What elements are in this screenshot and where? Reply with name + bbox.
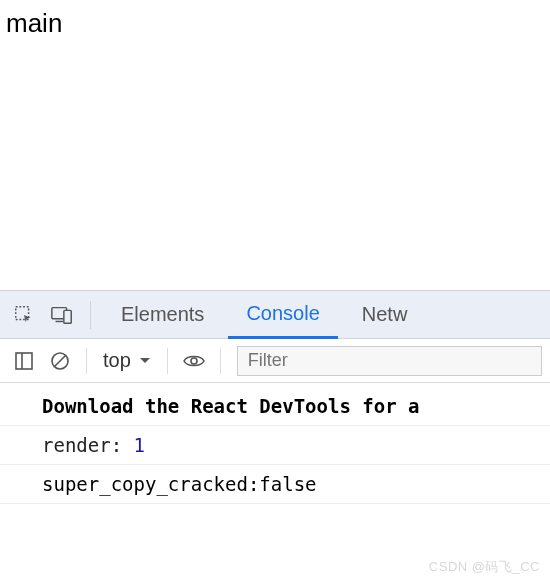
log-text: Download the React DevTools for a (42, 395, 420, 417)
context-selector[interactable]: top (97, 349, 157, 372)
context-label: top (103, 349, 131, 372)
svg-rect-4 (16, 353, 32, 369)
divider (167, 348, 168, 374)
toggle-sidebar-icon[interactable] (8, 345, 40, 377)
log-row: Download the React DevTools for a (0, 387, 550, 426)
page-text: main (6, 8, 62, 38)
console-toolbar: top (0, 339, 550, 383)
inspect-element-icon[interactable] (8, 299, 40, 331)
log-row: super_copy_cracked:false (0, 465, 550, 504)
devtools-panel: Elements Console Netw top (0, 290, 550, 508)
console-output: Download the React DevTools for a render… (0, 383, 550, 508)
divider (90, 301, 91, 329)
divider (220, 348, 221, 374)
devtools-tabs-bar: Elements Console Netw (0, 291, 550, 339)
log-key: render: (42, 434, 134, 456)
filter-input[interactable] (237, 346, 542, 376)
clear-console-icon[interactable] (44, 345, 76, 377)
chevron-down-icon (139, 357, 151, 365)
divider (86, 348, 87, 374)
watermark: CSDN @码飞_CC (429, 558, 540, 576)
svg-line-7 (55, 355, 66, 366)
device-toolbar-icon[interactable] (46, 299, 78, 331)
svg-point-8 (191, 358, 197, 364)
tab-console[interactable]: Console (228, 291, 337, 339)
svg-rect-3 (64, 310, 71, 323)
tab-elements[interactable]: Elements (103, 291, 222, 339)
tab-label: Netw (362, 303, 408, 326)
tab-label: Console (246, 302, 319, 325)
page-content: main (0, 0, 550, 290)
log-row: render: 1 (0, 426, 550, 465)
tab-network[interactable]: Netw (344, 291, 426, 339)
log-text: super_copy_cracked:false (42, 473, 317, 495)
log-value: 1 (134, 434, 145, 456)
tab-label: Elements (121, 303, 204, 326)
eye-icon[interactable] (178, 345, 210, 377)
